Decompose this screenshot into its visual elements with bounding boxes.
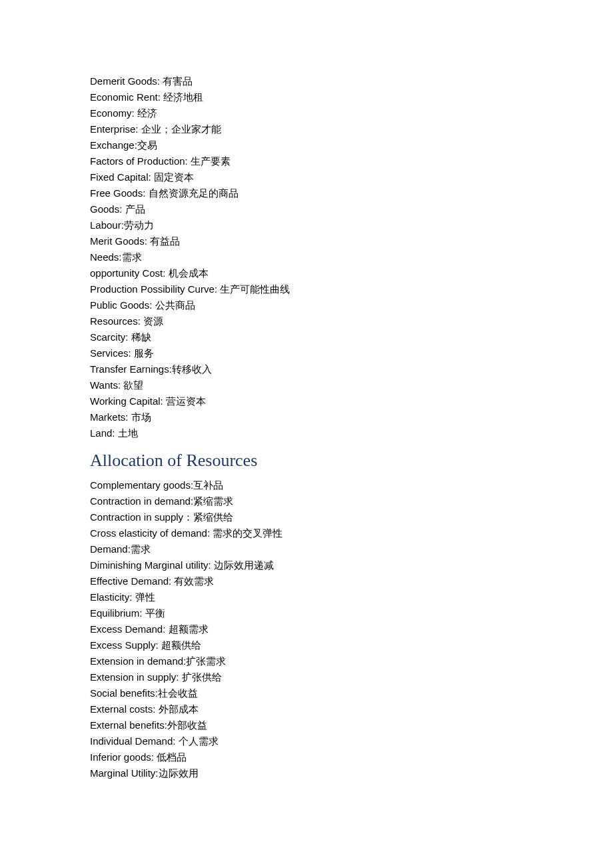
glossary-term: Enterprise: 企业；企业家才能	[90, 121, 523, 137]
term-english: Excess Supply:	[90, 639, 161, 651]
glossary-term: Free Goods: 自然资源充足的商品	[90, 185, 523, 201]
glossary-term: Production Possibility Curve: 生产可能性曲线	[90, 281, 523, 297]
term-chinese: 机会成本	[169, 268, 209, 279]
term-english: Extension in demand:	[90, 655, 186, 667]
term-chinese: 低档品	[157, 752, 187, 763]
term-chinese: 产品	[125, 204, 145, 215]
glossary-term: Marginal Utility:边际效用	[90, 765, 523, 781]
term-english: Scarcity:	[90, 331, 131, 343]
term-english: Inferior goods:	[90, 751, 157, 763]
term-english: Equilibrium:	[90, 607, 145, 619]
term-chinese: 扩张需求	[186, 656, 226, 667]
term-english: External benefits:	[90, 719, 167, 731]
term-chinese: 企业；企业家才能	[141, 124, 221, 135]
term-english: Complementary goods:	[90, 479, 193, 491]
term-chinese: 转移收入	[172, 364, 212, 375]
glossary-term: Working Capital: 营运资本	[90, 393, 523, 409]
glossary-term: Goods: 产品	[90, 201, 523, 217]
term-english: Labour:	[90, 219, 124, 231]
glossary-term: Excess Supply: 超额供给	[90, 637, 523, 653]
term-chinese: 外部成本	[159, 704, 199, 715]
term-english: External costs:	[90, 703, 159, 715]
glossary-term: Excess Demand: 超额需求	[90, 621, 523, 637]
glossary-term: Complementary goods:互补品	[90, 477, 523, 493]
term-english: Effective Demand:	[90, 575, 174, 587]
term-chinese: 边际效用	[159, 768, 199, 779]
glossary-term: Economic Rent: 经济地租	[90, 89, 523, 105]
term-chinese: 超额需求	[169, 624, 209, 635]
term-english: Economy:	[90, 107, 137, 119]
term-chinese: 超额供给	[161, 640, 201, 651]
term-chinese: 紧缩需求	[193, 496, 233, 507]
term-chinese: 自然资源充足的商品	[149, 188, 239, 199]
term-english: Wants:	[90, 379, 123, 391]
term-english: Exchange:	[90, 139, 137, 151]
term-english: Demerit Goods:	[90, 75, 163, 87]
glossary-term: Elasticity: 弹性	[90, 589, 523, 605]
term-english: Free Goods:	[90, 187, 149, 199]
term-chinese: 欲望	[123, 380, 143, 391]
term-chinese: 弹性	[135, 592, 155, 603]
glossary-term: Inferior goods: 低档品	[90, 749, 523, 765]
term-english: Services:	[90, 347, 134, 359]
term-chinese: 有害品	[163, 76, 193, 87]
term-english: Contraction in supply：	[90, 511, 193, 523]
glossary-term: Diminishing Marginal utility: 边际效用递减	[90, 557, 523, 573]
term-chinese: 经济地租	[163, 92, 203, 103]
term-chinese: 外部收益	[167, 720, 207, 731]
glossary-term: Public Goods: 公共商品	[90, 297, 523, 313]
term-english: opportunity Cost:	[90, 267, 169, 279]
glossary-term: Cross elasticity of demand: 需求的交叉弹性	[90, 525, 523, 541]
term-chinese: 扩张供给	[182, 672, 222, 683]
term-english: Social benefits:	[90, 687, 158, 699]
glossary-term: Contraction in supply：紧缩供给	[90, 509, 523, 525]
term-english: Production Possibility Curve:	[90, 283, 220, 295]
term-chinese: 资源	[143, 316, 163, 327]
section-heading: Allocation of Resources	[90, 451, 523, 471]
term-english: Excess Demand:	[90, 623, 169, 635]
term-chinese: 稀缺	[131, 332, 151, 343]
glossary-term: Scarcity: 稀缺	[90, 329, 523, 345]
term-english: Working Capital:	[90, 395, 166, 407]
term-english: Goods:	[90, 203, 125, 215]
glossary-term: opportunity Cost: 机会成本	[90, 265, 523, 281]
term-english: Public Goods:	[90, 299, 155, 311]
term-english: Transfer Earnings:	[90, 363, 172, 375]
glossary-term: Effective Demand: 有效需求	[90, 573, 523, 589]
term-chinese: 服务	[134, 348, 154, 359]
term-english: Individual Demand:	[90, 735, 179, 747]
glossary-term: Resources: 资源	[90, 313, 523, 329]
glossary-term: Fixed Capital: 固定资本	[90, 169, 523, 185]
term-chinese: 生产要素	[191, 156, 231, 167]
term-chinese: 个人需求	[179, 736, 219, 747]
term-english: Fixed Capital:	[90, 171, 154, 183]
term-chinese: 生产可能性曲线	[220, 284, 290, 295]
term-chinese: 需求	[122, 252, 142, 263]
glossary-term: Merit Goods: 有益品	[90, 233, 523, 249]
glossary-term: Wants: 欲望	[90, 377, 523, 393]
term-chinese: 交易	[137, 140, 157, 151]
term-english: Land:	[90, 427, 118, 439]
term-english: Economic Rent:	[90, 91, 163, 103]
term-chinese: 公共商品	[155, 300, 195, 311]
term-chinese: 劳动力	[124, 220, 154, 231]
term-english: Resources:	[90, 315, 143, 327]
glossary-term: Transfer Earnings:转移收入	[90, 361, 523, 377]
term-chinese: 有效需求	[174, 576, 214, 587]
term-english: Cross elasticity of demand:	[90, 527, 213, 539]
glossary-term: Social benefits:社会收益	[90, 685, 523, 701]
glossary-term: External costs: 外部成本	[90, 701, 523, 717]
term-chinese: 市场	[131, 412, 151, 423]
glossary-term: Demand:需求	[90, 541, 523, 557]
glossary-term: Markets: 市场	[90, 409, 523, 425]
term-chinese: 社会收益	[158, 688, 198, 699]
term-english: Demand:	[90, 543, 131, 555]
glossary-term: External benefits:外部收益	[90, 717, 523, 733]
term-chinese: 营运资本	[166, 396, 206, 407]
glossary-term: Factors of Production: 生产要素	[90, 153, 523, 169]
term-english: Elasticity:	[90, 591, 135, 603]
term-chinese: 经济	[137, 108, 157, 119]
glossary-term: Contraction in demand:紧缩需求	[90, 493, 523, 509]
glossary-term: Exchange:交易	[90, 137, 523, 153]
glossary-term: Equilibrium: 平衡	[90, 605, 523, 621]
